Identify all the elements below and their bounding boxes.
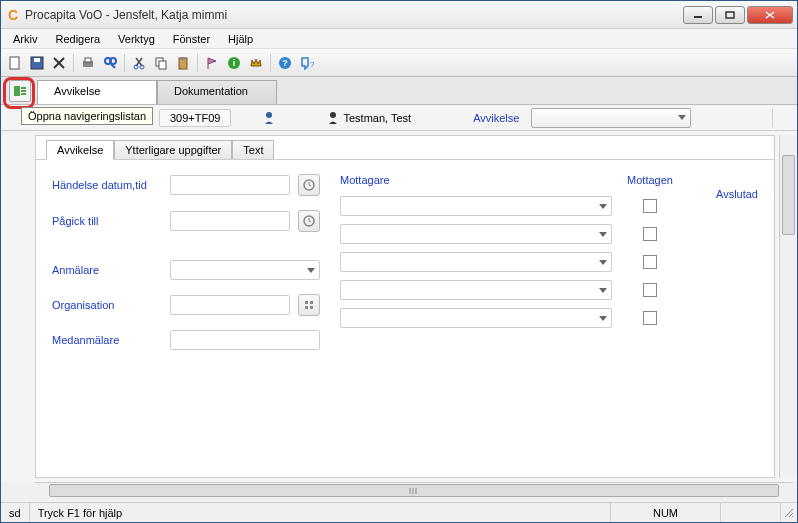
menu-hjalp[interactable]: Hjälp bbox=[222, 31, 259, 47]
maximize-button[interactable] bbox=[715, 6, 745, 24]
svg-rect-21 bbox=[181, 57, 185, 60]
svg-rect-28 bbox=[21, 87, 26, 89]
horizontal-scrollbar[interactable] bbox=[35, 482, 793, 498]
dropdown-mottagare-1[interactable] bbox=[340, 196, 612, 216]
input-handelse[interactable] bbox=[170, 175, 290, 195]
close-button[interactable] bbox=[747, 6, 793, 24]
context-person: Testman, Test bbox=[343, 112, 411, 124]
user-icon bbox=[327, 111, 339, 125]
svg-rect-39 bbox=[305, 301, 308, 304]
crown-icon[interactable] bbox=[246, 53, 266, 73]
print-icon[interactable] bbox=[78, 53, 98, 73]
svg-line-48 bbox=[792, 516, 793, 517]
titlebar: C Procapita VoO - Jensfelt, Katja mimmi bbox=[1, 1, 797, 29]
checkbox-mottagen-1[interactable] bbox=[643, 199, 657, 213]
main-panel: Avvikelse Ytterligare uppgifter Text Hän… bbox=[35, 135, 775, 478]
context-dropdown[interactable] bbox=[531, 108, 691, 128]
left-gutter bbox=[1, 131, 35, 482]
svg-rect-1 bbox=[726, 12, 734, 18]
dropdown-mottagare-5[interactable] bbox=[340, 308, 612, 328]
app-icon: C bbox=[5, 7, 21, 23]
context-bar: Öppna navigeringslistan 309+TF09 Testman… bbox=[1, 105, 797, 131]
app-window: C Procapita VoO - Jensfelt, Katja mimmi … bbox=[0, 0, 798, 523]
vertical-scrollbar[interactable] bbox=[779, 135, 797, 478]
svg-rect-29 bbox=[21, 90, 26, 92]
svg-line-35 bbox=[309, 185, 311, 186]
separator bbox=[772, 109, 773, 127]
window-title: Procapita VoO - Jensfelt, Katja mimmi bbox=[25, 8, 683, 22]
svg-rect-10 bbox=[85, 58, 91, 62]
datetime-picker-button[interactable] bbox=[298, 210, 320, 232]
status-num: NUM bbox=[611, 503, 721, 522]
svg-rect-19 bbox=[159, 61, 166, 69]
chevron-down-icon bbox=[307, 268, 315, 273]
org-picker-button[interactable] bbox=[298, 294, 320, 316]
checkbox-mottagen-2[interactable] bbox=[643, 227, 657, 241]
svg-text:?: ? bbox=[310, 60, 314, 69]
menu-fonster[interactable]: Fönster bbox=[167, 31, 216, 47]
chevron-down-icon bbox=[599, 232, 607, 237]
svg-rect-4 bbox=[10, 57, 19, 69]
svg-rect-40 bbox=[310, 301, 313, 304]
subtab-avvikelse[interactable]: Avvikelse bbox=[46, 140, 114, 160]
statusbar: sd Tryck F1 för hjälp NUM bbox=[1, 502, 797, 522]
context-id: 309+TF09 bbox=[159, 109, 231, 127]
info-icon[interactable]: i bbox=[224, 53, 244, 73]
menu-verktyg[interactable]: Verktyg bbox=[112, 31, 161, 47]
dropdown-mottagare-2[interactable] bbox=[340, 224, 612, 244]
dropdown-mottagare-3[interactable] bbox=[340, 252, 612, 272]
svg-rect-42 bbox=[310, 306, 313, 309]
tab-avvikelse[interactable]: Avvikelse bbox=[37, 80, 157, 104]
open-navigation-button[interactable] bbox=[9, 80, 31, 102]
subtab-ytterligare[interactable]: Ytterligare uppgifter bbox=[114, 140, 232, 159]
copy-icon[interactable] bbox=[151, 53, 171, 73]
svg-point-13 bbox=[110, 58, 116, 64]
input-medanmalare[interactable] bbox=[170, 330, 320, 350]
label-mottagen: Mottagen bbox=[620, 174, 680, 186]
label-avslutad: Avslutad bbox=[706, 188, 758, 200]
label-pagick: Pågick till bbox=[52, 215, 162, 227]
svg-text:i: i bbox=[233, 58, 236, 68]
new-icon[interactable] bbox=[5, 53, 25, 73]
svg-line-46 bbox=[785, 509, 793, 517]
svg-rect-30 bbox=[21, 93, 26, 95]
checkbox-mottagen-5[interactable] bbox=[643, 311, 657, 325]
separator bbox=[270, 54, 271, 72]
find-icon[interactable] bbox=[100, 53, 120, 73]
grip-icon bbox=[408, 487, 420, 495]
form-body: Händelse datum,tid Pågick till Anmälare bbox=[36, 160, 774, 477]
status-blank bbox=[721, 503, 781, 522]
whatsthis-icon[interactable]: ? bbox=[297, 53, 317, 73]
resize-grip-icon[interactable] bbox=[781, 507, 797, 519]
help-icon[interactable]: ? bbox=[275, 53, 295, 73]
separator bbox=[197, 54, 198, 72]
save-icon[interactable] bbox=[27, 53, 47, 73]
menu-arkiv[interactable]: Arkiv bbox=[7, 31, 43, 47]
svg-rect-27 bbox=[14, 86, 20, 96]
checkbox-mottagen-4[interactable] bbox=[643, 283, 657, 297]
checkbox-mottagen-3[interactable] bbox=[643, 255, 657, 269]
input-pagick[interactable] bbox=[170, 211, 290, 231]
person-icon bbox=[263, 111, 275, 125]
context-section-link[interactable]: Avvikelse bbox=[473, 112, 519, 124]
datetime-picker-button[interactable] bbox=[298, 174, 320, 196]
form-right-column: Mottagare Mottagen bbox=[340, 174, 680, 463]
menubar: Arkiv Redigera Verktyg Fönster Hjälp bbox=[1, 29, 797, 49]
scrollbar-thumb[interactable] bbox=[782, 155, 795, 235]
menu-redigera[interactable]: Redigera bbox=[49, 31, 106, 47]
flag-icon[interactable] bbox=[202, 53, 222, 73]
chevron-down-icon bbox=[599, 316, 607, 321]
tab-dokumentation[interactable]: Dokumentation bbox=[157, 80, 277, 104]
status-help: Tryck F1 för hjälp bbox=[30, 503, 611, 522]
scrollbar-thumb[interactable] bbox=[49, 484, 779, 497]
input-organisation[interactable] bbox=[170, 295, 290, 315]
dropdown-anmalare[interactable] bbox=[170, 260, 320, 280]
svg-line-38 bbox=[309, 221, 311, 222]
delete-icon[interactable] bbox=[49, 53, 69, 73]
subtab-text[interactable]: Text bbox=[232, 140, 274, 159]
paste-icon[interactable] bbox=[173, 53, 193, 73]
dropdown-mottagare-4[interactable] bbox=[340, 280, 612, 300]
minimize-button[interactable] bbox=[683, 6, 713, 24]
label-anmalare: Anmälare bbox=[52, 264, 162, 276]
cut-icon[interactable] bbox=[129, 53, 149, 73]
